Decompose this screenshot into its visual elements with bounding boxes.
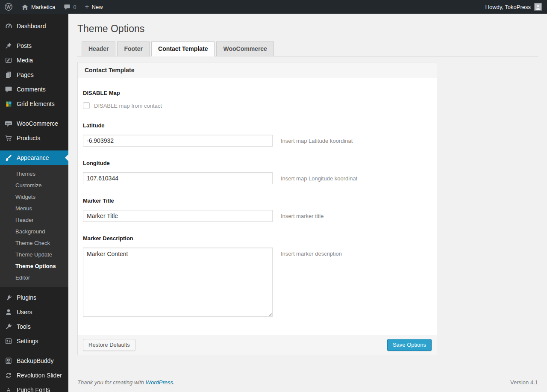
wordpress-logo-menu[interactable]: W <box>0 0 17 14</box>
longitude-label: Longitude <box>83 160 432 166</box>
disable-map-field: DISABLE Map DISABLE map from contact <box>83 90 432 109</box>
latitude-input[interactable] <box>83 135 273 147</box>
marker-title-input[interactable] <box>83 210 273 222</box>
sidebar-item-dashboard[interactable]: Dashboard <box>0 19 68 33</box>
sidebar-item-label: WooCommerce <box>17 120 58 127</box>
pushpin-icon <box>4 41 13 50</box>
comment-icon <box>64 3 71 10</box>
longitude-input[interactable] <box>83 172 273 184</box>
sidebar-item-label: Users <box>17 309 32 315</box>
page-title: Theme Options <box>77 23 538 35</box>
marker-title-field: Marker Title Insert marker title <box>83 197 432 222</box>
submenu-item-themes[interactable]: Themes <box>0 168 68 180</box>
sidebar-item-pages[interactable]: Pages <box>0 68 68 82</box>
sidebar-item-tools[interactable]: Tools <box>0 319 68 334</box>
sidebar-item-posts[interactable]: Posts <box>0 38 68 53</box>
letter-a-icon: A <box>4 386 13 392</box>
sidebar-item-label: Media <box>17 57 33 64</box>
submenu-item-editor[interactable]: Editor <box>0 272 68 283</box>
submenu-item-background[interactable]: Background <box>0 226 68 237</box>
submenu-item-header[interactable]: Header <box>0 214 68 226</box>
user-avatar[interactable] <box>534 3 542 11</box>
site-name-link[interactable]: Marketica <box>17 0 59 14</box>
plugin-icon <box>4 293 13 302</box>
sidebar-item-grid-elements[interactable]: Grid Elements <box>0 97 68 111</box>
site-name-label: Marketica <box>31 4 55 10</box>
sidebar-item-label: Posts <box>17 42 32 49</box>
new-content-menu[interactable]: + New <box>81 0 107 14</box>
sidebar-item-label: Plugins <box>17 294 36 301</box>
panel-footer: Restore Defaults Save Options <box>78 335 437 355</box>
sidebar-item-label: BackupBuddy <box>17 357 53 364</box>
sidebar-item-settings[interactable]: Settings <box>0 334 68 348</box>
submenu-item-menus[interactable]: Menus <box>0 203 68 214</box>
sidebar-item-media[interactable]: Media <box>0 53 68 68</box>
latitude-label: Latitude <box>83 122 432 129</box>
sliders-icon <box>4 337 13 345</box>
wordpress-icon: W <box>4 3 13 11</box>
sidebar-item-revolution-slider[interactable]: Revolution Slider <box>0 368 68 383</box>
longitude-help-text: Insert map Longitude koordinat <box>281 172 357 182</box>
wordpress-link[interactable]: WordPress <box>146 379 173 386</box>
sidebar-item-label: Punch Fonts <box>17 386 50 392</box>
tabs-bar: HeaderFooterContact TemplateWooCommerce <box>77 41 538 56</box>
sidebar-item-label: Pages <box>17 71 34 78</box>
sidebar-item-backupbuddy[interactable]: BackupBuddy <box>0 354 68 368</box>
restore-defaults-button[interactable]: Restore Defaults <box>83 339 135 351</box>
panel-body: DISABLE Map DISABLE map from contact Lat… <box>78 78 437 335</box>
longitude-field: Longitude Insert map Longitude koordinat <box>83 160 432 184</box>
latitude-help-text: Insert map Latitude koordinat <box>281 135 353 144</box>
latitude-field: Latitude Insert map Latitude koordinat <box>83 122 432 147</box>
marker-description-textarea[interactable]: Marker Content <box>83 248 273 317</box>
contact-template-panel: Contact Template DISABLE Map DISABLE map… <box>77 62 437 355</box>
tab-contact-template[interactable]: Contact Template <box>151 41 215 56</box>
sidebar-item-plugins[interactable]: Plugins <box>0 290 68 305</box>
plus-icon: + <box>85 3 89 10</box>
submenu-item-theme-update[interactable]: Theme Update <box>0 249 68 260</box>
wrench-icon <box>4 322 13 331</box>
comments-count: 0 <box>73 4 76 10</box>
disable-map-label: DISABLE Map <box>83 90 432 96</box>
save-options-button[interactable]: Save Options <box>387 339 432 351</box>
backup-icon <box>4 357 13 365</box>
sidebar-item-users[interactable]: Users <box>0 305 68 319</box>
tab-header[interactable]: Header <box>82 41 115 56</box>
refresh-icon <box>4 371 13 380</box>
howdy-account-link[interactable]: Howdy, TokoPress <box>485 4 531 10</box>
sidebar-item-label: Revolution Slider <box>17 372 62 379</box>
sidebar-item-label: Comments <box>17 86 46 93</box>
admin-bar: W Marketica 0 + New Howdy, TokoPress <box>0 0 547 14</box>
sidebar-item-appearance[interactable]: Appearance <box>0 150 68 165</box>
submenu-item-customize[interactable]: Customize <box>0 180 68 191</box>
new-label: New <box>92 4 103 10</box>
submenu-item-theme-options[interactable]: Theme Options <box>0 260 68 272</box>
paintbrush-icon <box>4 153 13 162</box>
sidebar-item-label: Dashboard <box>17 23 46 29</box>
marker-description-field: Marker Description Marker Content Insert… <box>83 235 432 317</box>
disable-map-checkbox[interactable] <box>83 102 90 109</box>
sidebar-item-punch-fonts[interactable]: A Punch Fonts <box>0 383 68 392</box>
footer-thanks-text: Thank you for creating with WordPress. <box>77 379 175 386</box>
media-icon <box>4 56 13 65</box>
sidebar-item-label: Products <box>17 135 40 141</box>
marker-title-label: Marker Title <box>83 197 432 204</box>
sidebar-item-label: Tools <box>17 323 31 330</box>
footer-version-text: Version 4.1 <box>510 379 538 386</box>
marker-description-help-text: Insert marker description <box>281 248 342 257</box>
home-icon <box>21 3 29 11</box>
cart-icon <box>4 134 13 142</box>
comment-icon <box>4 85 13 94</box>
submenu-item-theme-check[interactable]: Theme Check <box>0 237 68 249</box>
sidebar-item-label: Appearance <box>17 154 49 161</box>
sidebar-item-comments[interactable]: Comments <box>0 82 68 97</box>
sidebar-item-woocommerce[interactable]: Woo WooCommerce <box>0 116 68 131</box>
pages-icon <box>4 71 13 79</box>
tab-woocommerce[interactable]: WooCommerce <box>216 41 274 56</box>
svg-text:W: W <box>6 4 11 9</box>
sidebar-item-products[interactable]: Products <box>0 131 68 145</box>
submenu-item-widgets[interactable]: Widgets <box>0 191 68 203</box>
tab-footer[interactable]: Footer <box>117 41 150 56</box>
panel-title: Contact Template <box>78 62 437 78</box>
sidebar-item-label: Settings <box>17 338 38 345</box>
comments-bubble-link[interactable]: 0 <box>59 0 80 14</box>
